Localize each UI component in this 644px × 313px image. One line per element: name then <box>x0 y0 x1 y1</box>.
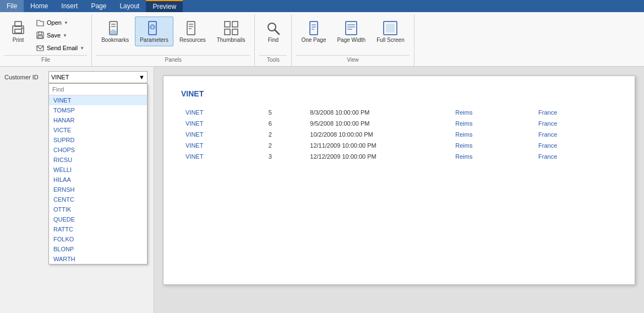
page-width-icon <box>342 19 360 37</box>
dropdown-item[interactable]: HANAR <box>49 115 147 125</box>
menu-file[interactable]: File <box>0 0 24 12</box>
parameters-label: Parameters <box>140 37 168 44</box>
dropdown-item[interactable]: WELLI <box>49 165 147 175</box>
menu-layout[interactable]: Layout <box>113 0 146 12</box>
cell-country: France <box>534 129 617 140</box>
cell-city: Reims <box>451 151 534 162</box>
view-group-label: View <box>296 55 409 64</box>
dropdown-search-input[interactable] <box>49 84 147 95</box>
menu-home[interactable]: Home <box>24 0 54 12</box>
svg-rect-0 <box>13 26 24 34</box>
customer-id-dropdown-list: VINETTOMSPHANARVICTESUPRDCHOPSRICSUWELLI… <box>48 83 148 265</box>
svg-rect-2 <box>15 29 21 33</box>
dropdown-item[interactable]: VINET <box>49 95 147 105</box>
dropdown-item[interactable]: ERNSH <box>49 185 147 195</box>
cell-city: Reims <box>451 118 534 129</box>
one-page-label: One Page <box>301 37 326 44</box>
ribbon-group-tools: Find Tools <box>255 14 292 66</box>
cell-country: France <box>534 151 617 162</box>
tools-buttons-row: Find <box>259 17 287 54</box>
page-width-label: Page Width <box>337 37 365 44</box>
table-row: VINET 6 9/5/2008 10:00:00 PM Reims Franc… <box>181 118 617 129</box>
parameters-icon: ? <box>145 19 163 37</box>
table-row: VINET 2 10/2/2008 10:00:00 PM Reims Fran… <box>181 129 617 140</box>
cell-date: 12/11/2009 10:00:00 PM <box>305 140 451 151</box>
table-row: VINET 3 12/12/2009 10:00:00 PM Reims Fra… <box>181 151 617 162</box>
menu-preview[interactable]: Preview <box>146 0 183 12</box>
find-label: Find <box>268 37 279 44</box>
svg-rect-20 <box>232 21 238 27</box>
dropdown-item[interactable]: WARTH <box>49 254 147 264</box>
svg-rect-21 <box>225 29 230 35</box>
left-panel: Customer ID VINET ▼ VINETTOMSPHANARVICTE… <box>0 67 154 313</box>
save-button[interactable]: Save ▼ <box>33 29 87 41</box>
save-arrow: ▼ <box>63 33 67 38</box>
thumbnails-button[interactable]: Thumbnails <box>212 17 250 46</box>
customer-id-label: Customer ID <box>4 74 44 80</box>
parameters-button[interactable]: ? Parameters <box>135 17 173 46</box>
full-screen-icon <box>381 19 399 37</box>
one-page-button[interactable]: One Page <box>296 17 331 46</box>
dropdown-item[interactable]: RICSU <box>49 155 147 165</box>
svg-rect-34 <box>386 24 395 33</box>
cell-country: France <box>534 107 617 118</box>
cell-customer: VINET <box>181 140 264 151</box>
customer-id-dropdown-container: VINET ▼ VINETTOMSPHANARVICTESUPRDCHOPSRI… <box>48 71 148 83</box>
cell-date: 12/12/2009 10:00:00 PM <box>305 151 451 162</box>
cell-city: Reims <box>451 140 534 151</box>
open-arrow: ▼ <box>64 20 68 25</box>
file-small-buttons: Open ▼ Save ▼ Send Email ▼ <box>33 17 87 54</box>
dropdown-item[interactable]: HILAA <box>49 175 147 185</box>
cell-customer: VINET <box>181 129 264 140</box>
ribbon: Print Open ▼ Save ▼ <box>0 12 644 67</box>
dropdown-item[interactable]: SUPRD <box>49 135 147 145</box>
report-table: VINET 5 8/3/2008 10:00:00 PM Reims Franc… <box>181 107 617 162</box>
dropdown-item[interactable]: BLONP <box>49 244 147 254</box>
full-screen-button[interactable]: Full Screen <box>372 17 410 46</box>
dropdown-item[interactable]: OTTIK <box>49 204 147 214</box>
table-row: VINET 5 8/3/2008 10:00:00 PM Reims Franc… <box>181 107 617 118</box>
dropdown-item[interactable]: FOLKO <box>49 234 147 244</box>
find-button[interactable]: Find <box>259 17 287 46</box>
ribbon-group-file: Print Open ▼ Save ▼ <box>0 14 92 66</box>
table-row: VINET 2 12/11/2009 10:00:00 PM Reims Fra… <box>181 140 617 151</box>
menu-insert[interactable]: Insert <box>54 0 84 12</box>
menu-bar: File Home Insert Page Layout Preview <box>0 0 644 12</box>
resources-icon <box>184 19 201 37</box>
customer-id-select[interactable]: VINET ▼ <box>48 71 148 83</box>
svg-rect-25 <box>310 21 318 35</box>
open-button[interactable]: Open ▼ <box>33 17 87 29</box>
print-label: Print <box>13 37 24 44</box>
cell-num: 3 <box>264 151 305 162</box>
print-button[interactable]: Print <box>4 17 32 46</box>
open-icon <box>36 18 45 27</box>
ribbon-group-panels: Bookmarks ? Parameters Resources Thumbna… <box>92 14 255 66</box>
dropdown-items-list: VINETTOMSPHANARVICTESUPRDCHOPSRICSUWELLI… <box>49 95 147 264</box>
dropdown-item[interactable]: CENTC <box>49 195 147 204</box>
dropdown-item[interactable]: CHOPS <box>49 145 147 155</box>
svg-marker-9 <box>110 29 117 35</box>
svg-rect-22 <box>232 29 238 35</box>
cell-num: 2 <box>264 129 305 140</box>
svg-rect-6 <box>38 36 42 38</box>
cell-date: 8/3/2008 10:00:00 PM <box>305 107 451 118</box>
dropdown-item[interactable]: QUEDE <box>49 214 147 224</box>
cell-customer: VINET <box>181 151 264 162</box>
panels-group-label: Panels <box>96 55 250 64</box>
svg-line-24 <box>275 30 279 34</box>
dropdown-item[interactable]: RATTC <box>49 224 147 234</box>
one-page-icon <box>305 19 323 37</box>
ribbon-group-view: One Page Page Width Full Screen View <box>292 14 414 66</box>
menu-page[interactable]: Page <box>84 0 113 12</box>
dropdown-item[interactable]: TOMSP <box>49 105 147 115</box>
page-width-button[interactable]: Page Width <box>332 17 370 46</box>
svg-rect-5 <box>39 32 42 35</box>
cell-num: 2 <box>264 140 305 151</box>
send-email-button[interactable]: Send Email ▼ <box>33 42 87 54</box>
svg-rect-15 <box>187 21 195 35</box>
resources-button[interactable]: Resources <box>174 17 211 46</box>
customer-id-row: Customer ID VINET ▼ VINETTOMSPHANARVICTE… <box>4 71 149 83</box>
dropdown-item[interactable]: VICTE <box>49 125 147 135</box>
bookmarks-button[interactable]: Bookmarks <box>96 17 134 46</box>
thumbnails-label: Thumbnails <box>217 37 245 44</box>
